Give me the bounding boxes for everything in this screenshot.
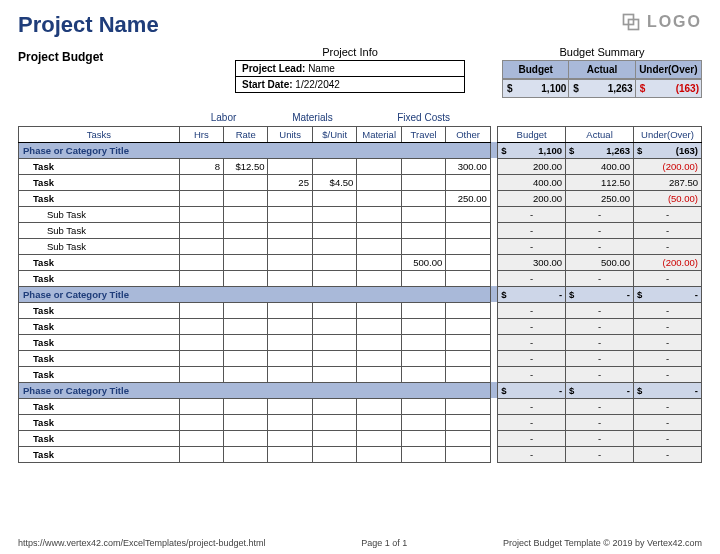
table-row: Sub Task--- bbox=[19, 238, 702, 254]
footer-left: https://www.vertex42.com/ExcelTemplates/… bbox=[18, 538, 266, 548]
group-materials: Materials bbox=[268, 110, 357, 126]
table-row: Task--- bbox=[19, 446, 702, 462]
project-info-heading: Project Info bbox=[235, 46, 465, 58]
col-budget: Budget bbox=[498, 126, 566, 142]
table-row: Task250.00200.00250.00(50.00) bbox=[19, 190, 702, 206]
budget-summary: Budget Summary Budget Actual Under(Over)… bbox=[502, 46, 702, 98]
header-row: Project Name LOGO bbox=[18, 12, 702, 44]
logo-icon bbox=[621, 12, 641, 32]
table-row: Task--- bbox=[19, 270, 702, 286]
sum-val-actual: $1,263 bbox=[569, 79, 635, 98]
table-row: Phase or Category Title$-$-$- bbox=[19, 382, 702, 398]
date-value: 1/22/2042 bbox=[295, 79, 340, 90]
sum-col-actual: Actual bbox=[569, 60, 635, 79]
table-row: Sub Task--- bbox=[19, 206, 702, 222]
table-row: Phase or Category Title$-$-$- bbox=[19, 286, 702, 302]
date-label: Start Date: bbox=[242, 79, 293, 90]
project-info: Project Info Project Lead: Name Start Da… bbox=[235, 46, 465, 93]
col-unitcost: $/Unit bbox=[312, 126, 356, 142]
table-row: Task--- bbox=[19, 366, 702, 382]
table-row: Task8$12.50300.00200.00400.00(200.00) bbox=[19, 158, 702, 174]
start-date: Start Date: 1/22/2042 bbox=[235, 77, 465, 93]
summary-heading: Budget Summary bbox=[502, 46, 702, 58]
table-row: Task500.00300.00500.00(200.00) bbox=[19, 254, 702, 270]
col-units: Units bbox=[268, 126, 312, 142]
lead-label: Project Lead: bbox=[242, 63, 305, 74]
table-row: Sub Task--- bbox=[19, 222, 702, 238]
budget-table: Labor Materials Fixed Costs Tasks Hrs Ra… bbox=[18, 110, 702, 463]
sum-col-underover: Under(Over) bbox=[636, 60, 702, 79]
table-row: Task--- bbox=[19, 334, 702, 350]
subtitle: Project Budget bbox=[18, 50, 198, 64]
sum-val-budget: $1,100 bbox=[502, 79, 569, 98]
table-row: Task--- bbox=[19, 430, 702, 446]
col-rate: Rate bbox=[224, 126, 268, 142]
sum-col-budget: Budget bbox=[502, 60, 569, 79]
col-travel: Travel bbox=[401, 126, 445, 142]
lead-value: Name bbox=[308, 63, 335, 74]
logo: LOGO bbox=[621, 12, 702, 32]
col-underover: Under(Over) bbox=[634, 126, 702, 142]
table-row: Task25$4.50400.00112.50287.50 bbox=[19, 174, 702, 190]
sum-val-underover: $(163) bbox=[636, 79, 702, 98]
col-tasks: Tasks bbox=[19, 126, 180, 142]
table-row: Task--- bbox=[19, 350, 702, 366]
col-actual: Actual bbox=[566, 126, 634, 142]
info-section: Project Budget Project Info Project Lead… bbox=[18, 46, 702, 98]
page: Project Name LOGO Project Budget Project… bbox=[0, 0, 720, 554]
project-lead: Project Lead: Name bbox=[235, 60, 465, 77]
footer-right: Project Budget Template © 2019 by Vertex… bbox=[503, 538, 702, 548]
table-row: Task--- bbox=[19, 318, 702, 334]
page-title: Project Name bbox=[18, 12, 159, 38]
logo-text: LOGO bbox=[647, 13, 702, 31]
table-row: Phase or Category Title$1,100$1,263$(163… bbox=[19, 142, 702, 158]
group-fixed: Fixed Costs bbox=[357, 110, 490, 126]
col-material: Material bbox=[357, 126, 401, 142]
footer: https://www.vertex42.com/ExcelTemplates/… bbox=[18, 538, 702, 548]
col-hrs: Hrs bbox=[179, 126, 223, 142]
col-other: Other bbox=[446, 126, 490, 142]
footer-center: Page 1 of 1 bbox=[361, 538, 407, 548]
group-labor: Labor bbox=[179, 110, 268, 126]
table-row: Task--- bbox=[19, 398, 702, 414]
table-row: Task--- bbox=[19, 302, 702, 318]
table-row: Task--- bbox=[19, 414, 702, 430]
